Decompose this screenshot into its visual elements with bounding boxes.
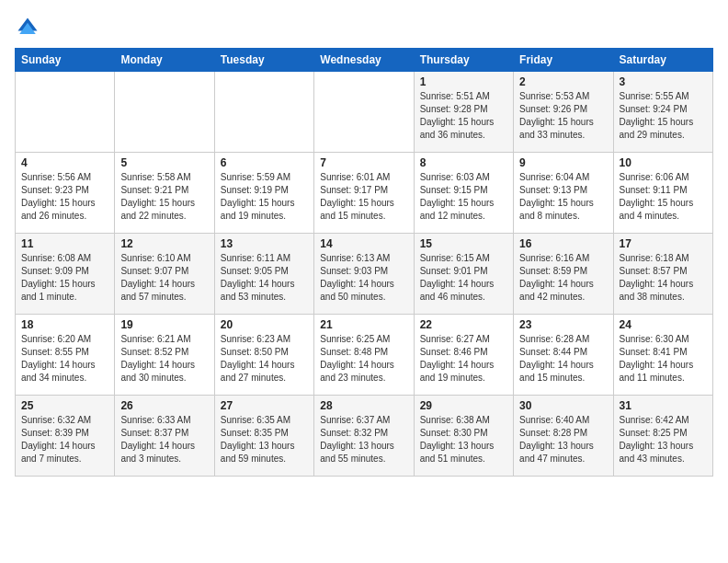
calendar-cell: 22Sunrise: 6:27 AMSunset: 8:46 PMDayligh… bbox=[414, 315, 513, 396]
calendar-cell: 10Sunrise: 6:06 AMSunset: 9:11 PMDayligh… bbox=[613, 153, 712, 234]
day-number: 19 bbox=[120, 318, 208, 331]
day-number: 24 bbox=[620, 318, 707, 331]
days-header-row: SundayMondayTuesdayWednesdayThursdayFrid… bbox=[16, 49, 713, 72]
calendar-week-2: 4Sunrise: 5:56 AMSunset: 9:23 PMDaylight… bbox=[16, 153, 713, 234]
day-info: Sunrise: 6:25 AMSunset: 8:48 PMDaylight:… bbox=[320, 333, 407, 385]
calendar-cell: 19Sunrise: 6:21 AMSunset: 8:52 PMDayligh… bbox=[115, 315, 214, 396]
day-info: Sunrise: 6:37 AMSunset: 8:32 PMDaylight:… bbox=[320, 414, 407, 465]
day-number: 6 bbox=[221, 156, 308, 169]
day-info: Sunrise: 6:15 AMSunset: 9:01 PMDaylight:… bbox=[420, 252, 507, 304]
day-info: Sunrise: 6:08 AMSunset: 9:09 PMDaylight:… bbox=[21, 252, 108, 304]
day-number: 1 bbox=[420, 75, 507, 88]
day-number: 7 bbox=[320, 156, 407, 169]
day-number: 28 bbox=[320, 399, 407, 412]
day-info: Sunrise: 6:10 AMSunset: 9:07 PMDaylight:… bbox=[120, 252, 208, 304]
day-info: Sunrise: 6:35 AMSunset: 8:35 PMDaylight:… bbox=[221, 414, 308, 465]
day-number: 18 bbox=[21, 318, 108, 331]
day-header-friday: Friday bbox=[514, 49, 613, 72]
day-header-wednesday: Wednesday bbox=[314, 49, 414, 72]
calendar-cell: 30Sunrise: 6:40 AMSunset: 8:28 PMDayligh… bbox=[514, 396, 613, 477]
day-info: Sunrise: 6:06 AMSunset: 9:11 PMDaylight:… bbox=[620, 171, 707, 223]
calendar-cell bbox=[214, 72, 313, 153]
day-info: Sunrise: 6:04 AMSunset: 9:13 PMDaylight:… bbox=[519, 171, 607, 223]
calendar-cell: 13Sunrise: 6:11 AMSunset: 9:05 PMDayligh… bbox=[214, 234, 313, 315]
calendar-cell: 26Sunrise: 6:33 AMSunset: 8:37 PMDayligh… bbox=[115, 396, 214, 477]
day-number: 29 bbox=[420, 399, 507, 412]
logo-icon bbox=[15, 15, 40, 40]
day-number: 31 bbox=[620, 399, 707, 412]
calendar-cell: 28Sunrise: 6:37 AMSunset: 8:32 PMDayligh… bbox=[314, 396, 414, 477]
calendar-cell: 27Sunrise: 6:35 AMSunset: 8:35 PMDayligh… bbox=[214, 396, 313, 477]
day-number: 26 bbox=[120, 399, 208, 412]
day-number: 27 bbox=[221, 399, 308, 412]
day-number: 12 bbox=[120, 237, 208, 250]
day-info: Sunrise: 5:58 AMSunset: 9:21 PMDaylight:… bbox=[120, 171, 208, 223]
calendar-cell: 20Sunrise: 6:23 AMSunset: 8:50 PMDayligh… bbox=[214, 315, 313, 396]
calendar-cell bbox=[16, 72, 115, 153]
day-number: 22 bbox=[420, 318, 507, 331]
day-number: 11 bbox=[21, 237, 108, 250]
calendar-cell: 3Sunrise: 5:55 AMSunset: 9:24 PMDaylight… bbox=[613, 72, 712, 153]
calendar-cell: 8Sunrise: 6:03 AMSunset: 9:15 PMDaylight… bbox=[414, 153, 513, 234]
day-info: Sunrise: 6:28 AMSunset: 8:44 PMDaylight:… bbox=[519, 333, 607, 385]
day-number: 2 bbox=[519, 75, 607, 88]
calendar-cell: 7Sunrise: 6:01 AMSunset: 9:17 PMDaylight… bbox=[314, 153, 414, 234]
day-info: Sunrise: 6:42 AMSunset: 8:25 PMDaylight:… bbox=[620, 414, 707, 465]
calendar-cell: 9Sunrise: 6:04 AMSunset: 9:13 PMDaylight… bbox=[514, 153, 613, 234]
day-number: 5 bbox=[120, 156, 208, 169]
calendar-cell: 11Sunrise: 6:08 AMSunset: 9:09 PMDayligh… bbox=[16, 234, 115, 315]
day-header-tuesday: Tuesday bbox=[214, 49, 313, 72]
day-info: Sunrise: 5:55 AMSunset: 9:24 PMDaylight:… bbox=[620, 90, 707, 142]
day-info: Sunrise: 6:30 AMSunset: 8:41 PMDaylight:… bbox=[620, 333, 707, 385]
day-info: Sunrise: 6:20 AMSunset: 8:55 PMDaylight:… bbox=[21, 333, 108, 385]
day-number: 10 bbox=[620, 156, 707, 169]
day-number: 8 bbox=[420, 156, 507, 169]
calendar-cell: 15Sunrise: 6:15 AMSunset: 9:01 PMDayligh… bbox=[414, 234, 513, 315]
day-info: Sunrise: 6:18 AMSunset: 8:57 PMDaylight:… bbox=[620, 252, 707, 304]
day-number: 15 bbox=[420, 237, 507, 250]
calendar-cell: 25Sunrise: 6:32 AMSunset: 8:39 PMDayligh… bbox=[16, 396, 115, 477]
day-info: Sunrise: 5:59 AMSunset: 9:19 PMDaylight:… bbox=[221, 171, 308, 223]
page-header bbox=[15, 15, 713, 40]
calendar-cell: 4Sunrise: 5:56 AMSunset: 9:23 PMDaylight… bbox=[16, 153, 115, 234]
day-info: Sunrise: 6:11 AMSunset: 9:05 PMDaylight:… bbox=[221, 252, 308, 304]
day-number: 16 bbox=[519, 237, 607, 250]
calendar-cell: 2Sunrise: 5:53 AMSunset: 9:26 PMDaylight… bbox=[514, 72, 613, 153]
day-info: Sunrise: 6:32 AMSunset: 8:39 PMDaylight:… bbox=[21, 414, 108, 465]
day-number: 9 bbox=[519, 156, 607, 169]
day-number: 17 bbox=[620, 237, 707, 250]
calendar-cell: 6Sunrise: 5:59 AMSunset: 9:19 PMDaylight… bbox=[214, 153, 313, 234]
day-info: Sunrise: 6:40 AMSunset: 8:28 PMDaylight:… bbox=[519, 414, 607, 465]
day-info: Sunrise: 6:16 AMSunset: 8:59 PMDaylight:… bbox=[519, 252, 607, 304]
calendar-cell: 5Sunrise: 5:58 AMSunset: 9:21 PMDaylight… bbox=[115, 153, 214, 234]
day-number: 3 bbox=[620, 75, 707, 88]
day-header-saturday: Saturday bbox=[613, 49, 712, 72]
calendar-week-1: 1Sunrise: 5:51 AMSunset: 9:28 PMDaylight… bbox=[16, 72, 713, 153]
calendar-cell: 29Sunrise: 6:38 AMSunset: 8:30 PMDayligh… bbox=[414, 396, 513, 477]
logo bbox=[15, 15, 44, 40]
calendar-cell: 14Sunrise: 6:13 AMSunset: 9:03 PMDayligh… bbox=[314, 234, 414, 315]
day-info: Sunrise: 6:27 AMSunset: 8:46 PMDaylight:… bbox=[420, 333, 507, 385]
day-number: 20 bbox=[221, 318, 308, 331]
calendar-cell: 31Sunrise: 6:42 AMSunset: 8:25 PMDayligh… bbox=[613, 396, 712, 477]
day-header-sunday: Sunday bbox=[16, 49, 115, 72]
calendar-cell: 21Sunrise: 6:25 AMSunset: 8:48 PMDayligh… bbox=[314, 315, 414, 396]
day-info: Sunrise: 6:13 AMSunset: 9:03 PMDaylight:… bbox=[320, 252, 407, 304]
day-info: Sunrise: 6:33 AMSunset: 8:37 PMDaylight:… bbox=[120, 414, 208, 465]
calendar-cell: 1Sunrise: 5:51 AMSunset: 9:28 PMDaylight… bbox=[414, 72, 513, 153]
day-number: 30 bbox=[519, 399, 607, 412]
calendar-week-5: 25Sunrise: 6:32 AMSunset: 8:39 PMDayligh… bbox=[16, 396, 713, 477]
calendar-week-4: 18Sunrise: 6:20 AMSunset: 8:55 PMDayligh… bbox=[16, 315, 713, 396]
day-info: Sunrise: 5:53 AMSunset: 9:26 PMDaylight:… bbox=[519, 90, 607, 142]
day-header-monday: Monday bbox=[115, 49, 214, 72]
day-info: Sunrise: 5:56 AMSunset: 9:23 PMDaylight:… bbox=[21, 171, 108, 223]
calendar-cell: 24Sunrise: 6:30 AMSunset: 8:41 PMDayligh… bbox=[613, 315, 712, 396]
day-info: Sunrise: 6:23 AMSunset: 8:50 PMDaylight:… bbox=[221, 333, 308, 385]
day-number: 14 bbox=[320, 237, 407, 250]
calendar-cell: 23Sunrise: 6:28 AMSunset: 8:44 PMDayligh… bbox=[514, 315, 613, 396]
day-header-thursday: Thursday bbox=[414, 49, 513, 72]
calendar-table: SundayMondayTuesdayWednesdayThursdayFrid… bbox=[15, 48, 713, 477]
calendar-cell: 17Sunrise: 6:18 AMSunset: 8:57 PMDayligh… bbox=[613, 234, 712, 315]
day-info: Sunrise: 6:01 AMSunset: 9:17 PMDaylight:… bbox=[320, 171, 407, 223]
day-number: 23 bbox=[519, 318, 607, 331]
